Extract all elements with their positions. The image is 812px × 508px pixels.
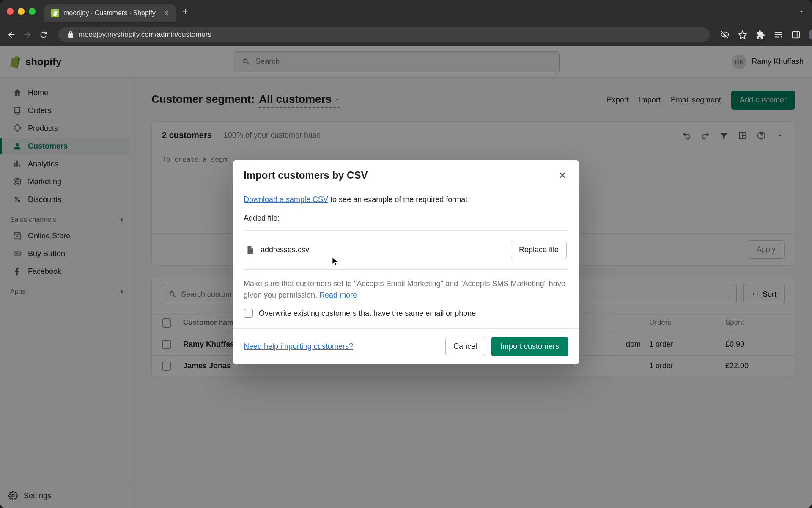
new-tab-icon[interactable]: + xyxy=(183,6,188,17)
incognito-badge[interactable]: Incognito xyxy=(809,29,812,41)
window-close-icon[interactable] xyxy=(7,8,14,15)
lock-icon xyxy=(67,31,74,39)
modal-overlay[interactable]: Import customers by CSV Download a sampl… xyxy=(0,46,812,508)
download-sample-link[interactable]: Download a sample CSV xyxy=(244,195,328,204)
help-link[interactable]: Need help importing customers? xyxy=(244,342,353,351)
cancel-button[interactable]: Cancel xyxy=(445,337,485,356)
close-icon[interactable] xyxy=(557,169,568,181)
tab-title: moodjoy · Customers · Shopify xyxy=(63,9,156,17)
forward-button[interactable] xyxy=(23,30,32,40)
star-icon[interactable] xyxy=(738,30,748,40)
modal-title: Import customers by CSV xyxy=(244,169,368,181)
app-viewport: shopify Search RK Ramy Khuffash Home Ord… xyxy=(0,46,812,508)
extensions-icon[interactable] xyxy=(755,30,765,40)
import-modal: Import customers by CSV Download a sampl… xyxy=(233,160,579,364)
window-minimize-icon[interactable] xyxy=(18,8,25,15)
read-more-link[interactable]: Read more xyxy=(319,291,357,299)
eye-off-icon[interactable] xyxy=(720,30,730,40)
import-customers-button[interactable]: Import customers xyxy=(491,337,568,356)
file-icon xyxy=(245,246,255,255)
incognito-icon xyxy=(809,29,812,41)
replace-file-button[interactable]: Replace file xyxy=(511,241,567,259)
back-button[interactable] xyxy=(7,30,16,40)
tabs-menu-icon[interactable] xyxy=(798,8,805,15)
window-controls xyxy=(7,8,36,15)
svg-rect-0 xyxy=(793,31,800,38)
shopify-favicon-icon xyxy=(51,9,59,17)
overwrite-label: Overwrite existing customers that have t… xyxy=(259,309,476,318)
url-text: moodjoy.myshopify.com/admin/customers xyxy=(79,30,211,39)
added-file-label: Added file: xyxy=(244,214,568,223)
url-field[interactable]: moodjoy.myshopify.com/admin/customers xyxy=(58,27,710,42)
browser-url-bar: moodjoy.myshopify.com/admin/customers xyxy=(0,23,812,46)
tab-close-icon[interactable]: × xyxy=(164,8,169,18)
filename: addresses.csv xyxy=(261,246,309,254)
reload-button[interactable] xyxy=(39,30,48,40)
side-panel-icon[interactable] xyxy=(791,30,801,40)
reading-list-icon[interactable] xyxy=(773,30,783,40)
overwrite-checkbox[interactable] xyxy=(244,309,253,318)
window-maximize-icon[interactable] xyxy=(29,8,36,15)
browser-tab-bar: moodjoy · Customers · Shopify × + xyxy=(0,0,812,23)
browser-tab[interactable]: moodjoy · Customers · Shopify × xyxy=(44,4,176,22)
file-row: addresses.csv Replace file xyxy=(244,230,568,270)
